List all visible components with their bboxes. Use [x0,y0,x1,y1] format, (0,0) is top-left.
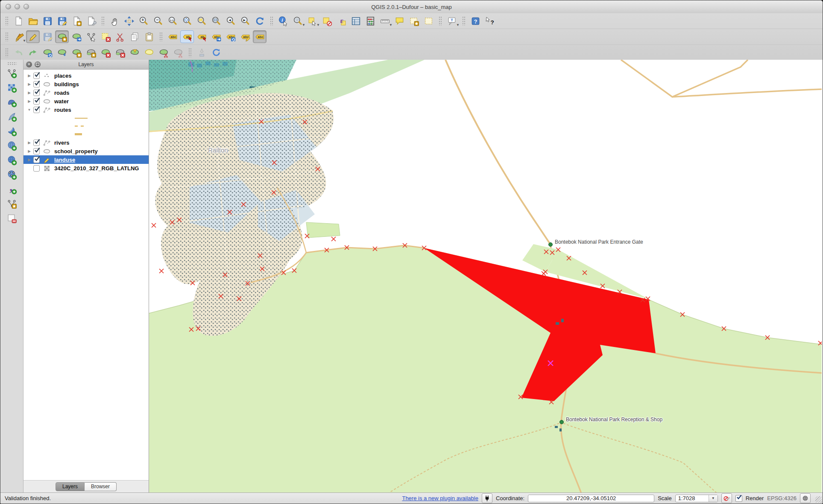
zoom-window-button[interactable] [23,4,29,9]
layer-item-routes[interactable]: ▼routes [23,105,149,114]
layer-item-rivers[interactable]: ▶rivers [23,138,149,147]
expand-arrow-icon[interactable]: ▶ [26,141,32,145]
remove-layer-icon[interactable] [5,212,19,224]
zoom-last-icon[interactable]: ◂ [224,15,237,27]
add-wms-layer-icon[interactable] [5,139,19,152]
label-properties-icon[interactable]: abc [253,30,267,43]
open-project-icon[interactable] [26,15,40,27]
add-raster-layer-icon[interactable] [5,81,19,94]
offset-curve-icon[interactable] [142,46,156,59]
chevron-down-icon[interactable]: ▼ [709,495,718,502]
move-feature-icon[interactable] [70,30,83,43]
resize-grip[interactable] [815,496,822,503]
panel-float-icon[interactable] [35,61,41,67]
close-window-button[interactable] [6,4,11,9]
current-edits-icon[interactable]: ▼ [12,30,25,43]
layer-visibility-checkbox[interactable] [33,140,40,146]
layer-visibility-checkbox[interactable] [33,148,40,154]
field-calculator-icon[interactable] [363,15,377,27]
toggle-editing-icon[interactable] [26,30,40,43]
layer-item-buildings[interactable]: ▶buildings [23,80,149,88]
rotate-point-symbols-icon[interactable] [195,46,208,59]
expand-arrow-icon[interactable]: ▶ [26,149,32,153]
add-mssql-layer-icon[interactable] [5,125,19,137]
move-label-icon[interactable]: abc [209,30,223,43]
layer-visibility-checkbox[interactable] [33,98,40,105]
paste-features-icon[interactable] [142,30,156,43]
change-label-icon[interactable]: abc [238,30,252,43]
reshape-features-icon[interactable] [128,46,141,59]
pan-map-icon[interactable] [108,15,121,27]
save-project-icon[interactable] [41,15,54,27]
zoom-full-icon[interactable] [180,15,194,27]
rollback-edits-icon[interactable] [209,46,223,59]
layer-item-3420C_2010_327_RGB_LATLNG[interactable]: 3420C_2010_327_RGB_LATLNG [23,164,149,172]
layer-visibility-checkbox[interactable] [33,73,40,79]
map-tips-icon[interactable] [392,15,406,27]
copy-features-icon[interactable] [128,30,141,43]
zoom-in-icon[interactable]: + [137,15,150,27]
delete-ring-icon[interactable] [99,46,112,59]
select-features-icon[interactable]: ▼ [305,15,319,27]
measure-icon[interactable]: ▼ [378,15,392,27]
open-attribute-table-icon[interactable] [349,15,363,27]
refresh-map-icon[interactable] [253,15,267,27]
new-bookmark-icon[interactable] [407,15,421,27]
layer-visibility-checkbox[interactable] [33,90,40,96]
dropdown-arrow-icon[interactable]: ▼ [302,23,305,27]
node-tool-icon[interactable] [84,30,98,43]
dropdown-arrow-icon[interactable]: ▼ [456,23,460,27]
coordinate-input[interactable]: 20.47209,-34.05102 [528,495,654,502]
deselect-features-icon[interactable] [320,15,334,27]
add-feature-icon[interactable] [55,30,69,43]
select-by-expression-icon[interactable]: ε [334,15,348,27]
map-canvas[interactable]: Railton Bontebok National Park Entrance … [149,60,823,492]
expand-arrow-icon[interactable]: ▶ [26,74,32,78]
new-print-composer-icon[interactable] [70,15,83,27]
save-layer-edits-icon[interactable] [41,30,54,43]
expand-arrow-icon[interactable]: ▼ [26,108,32,112]
expand-arrow-icon[interactable]: ▶ [26,158,32,162]
tab-layers[interactable]: Layers [56,482,85,491]
add-postgis-layer-icon[interactable] [5,96,19,108]
new-project-icon[interactable] [12,15,25,27]
scale-combobox[interactable]: 1:7028 ▼ [675,495,718,502]
dropdown-arrow-icon[interactable]: ▼ [23,39,26,43]
add-vector-layer-icon[interactable] [5,67,19,79]
crs-projector-icon[interactable] [800,493,811,503]
zoom-to-selection-icon[interactable] [195,15,208,27]
help-icon[interactable]: ? [469,15,482,27]
composer-manager-icon[interactable] [84,15,98,27]
new-shapefile-layer-icon[interactable] [5,197,19,210]
add-wcs-layer-icon[interactable] [5,154,19,166]
minimize-window-button[interactable] [15,4,20,9]
layer-item-water[interactable]: ▶water [23,97,149,105]
expand-arrow-icon[interactable]: ▶ [26,91,32,95]
rotate-feature-icon[interactable] [41,46,54,59]
tab-browser[interactable]: Browser [85,482,117,491]
split-parts-icon[interactable] [171,46,185,59]
highlight-pinned-labels-icon[interactable]: ab [195,30,208,43]
expand-arrow-icon[interactable]: ▶ [26,99,32,103]
feature-actions-icon[interactable]: ▼ [291,15,305,27]
plugin-icon[interactable] [482,493,492,503]
identify-features-icon[interactable]: i [276,15,290,27]
zoom-out-icon[interactable]: − [151,15,165,27]
layer-visibility-checkbox[interactable] [33,157,40,163]
save-project-as-icon[interactable] [55,15,69,27]
labeling-options-icon[interactable]: abc [166,30,179,43]
add-ring-icon[interactable] [70,46,83,59]
render-checkbox[interactable] [735,495,742,502]
add-part-icon[interactable] [84,46,98,59]
text-annotation-icon[interactable]: T▼ [445,15,459,27]
layer-visibility-checkbox[interactable] [33,165,40,172]
whats-this-icon[interactable]: ? [483,15,497,27]
layer-item-landuse[interactable]: ▶landuse [23,155,149,164]
zoom-next-icon[interactable]: ▸ [238,15,252,27]
cut-features-icon[interactable] [113,30,127,43]
new-plugin-link[interactable]: There is a new plugin available [402,495,478,501]
pin-labels-icon[interactable]: ab [180,30,194,43]
layer-visibility-checkbox[interactable] [33,81,40,87]
add-delimited-text-layer-icon[interactable]: , [5,183,19,195]
delete-selected-icon[interactable] [99,30,112,43]
